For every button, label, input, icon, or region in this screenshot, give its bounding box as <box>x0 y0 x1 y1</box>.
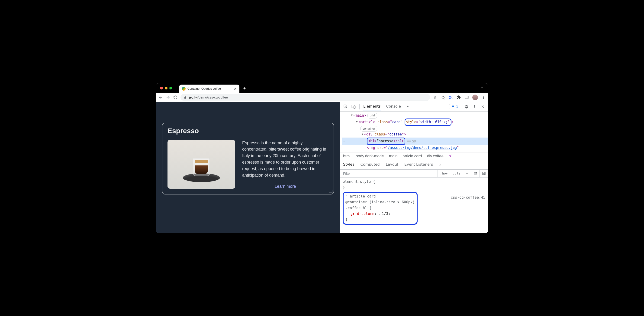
extensions-icon[interactable] <box>456 95 461 100</box>
styles-body[interactable]: element.style { } css-cq-coffee:45 ↱ art… <box>340 178 488 227</box>
dom-node-img[interactable]: <img src="/assets/img/demo/cof-espresso.… <box>342 145 488 151</box>
devtools-panel: Elements Console » 1 <box>340 102 488 233</box>
tab-close-icon[interactable]: ✕ <box>234 87 237 91</box>
svg-point-11 <box>483 97 484 98</box>
bookmark-star-icon[interactable] <box>441 95 446 100</box>
scissors-icon[interactable] <box>449 95 453 100</box>
forward-button[interactable] <box>166 95 170 100</box>
dom-node-div[interactable]: ▼<div class="coffee"> <box>342 131 488 137</box>
svg-rect-15 <box>354 106 356 108</box>
devtools-topbar: Elements Console » 1 <box>340 102 488 111</box>
styles-hov-button[interactable]: :hov <box>438 170 450 177</box>
svg-rect-8 <box>465 96 468 99</box>
svg-point-12 <box>483 98 484 99</box>
reload-button[interactable] <box>173 95 178 100</box>
devtools-tabs: Elements Console » <box>363 102 409 111</box>
tab-console[interactable]: Console <box>386 102 402 111</box>
styles-tabs: Styles Computed Layout Event Listeners » <box>340 160 488 170</box>
crumb-main[interactable]: main <box>389 154 398 159</box>
svg-rect-24 <box>474 173 477 174</box>
highlight-style-attr: style="width: 610px;" <box>404 118 452 126</box>
tab-event-listeners[interactable]: Event Listeners <box>404 160 433 169</box>
url-text: jec.fyi/demo/css-cq-coffee <box>189 95 228 99</box>
dom-node-article[interactable]: ▼<article class="card" style="width: 610… <box>342 118 488 126</box>
styles-filter-input[interactable]: Filter <box>340 172 438 176</box>
svg-point-17 <box>474 106 475 107</box>
card-body: Espresso is the name of a highly concent… <box>168 140 328 190</box>
container-query-link[interactable]: article.card <box>350 194 376 198</box>
new-tab-button[interactable]: + <box>241 85 248 92</box>
favicon-icon <box>182 87 186 91</box>
coffee-image <box>168 140 235 189</box>
styles-controls: Filter :hov .cls <box>340 170 488 178</box>
tab-computed[interactable]: Computed <box>360 160 380 169</box>
side-panel-icon[interactable] <box>464 95 469 100</box>
crumb-div[interactable]: div.coffee <box>427 154 444 159</box>
content-area: Espresso Espresso is the name of a highl… <box>156 102 488 233</box>
browser-tab[interactable]: Container Queries coffee ✕ <box>179 85 240 93</box>
address-bar[interactable]: jec.fyi/demo/css-cq-coffee <box>180 94 430 101</box>
device-toggle-icon[interactable] <box>351 104 356 109</box>
svg-point-18 <box>474 107 475 108</box>
window-chevron-icon[interactable] <box>481 86 484 89</box>
browser-menu-icon[interactable] <box>481 95 486 100</box>
toolbar-right <box>433 95 486 100</box>
issues-badge[interactable]: 1 <box>449 104 460 109</box>
svg-point-10 <box>483 96 484 97</box>
share-icon[interactable] <box>433 95 438 100</box>
inspect-element-icon[interactable] <box>343 104 348 109</box>
tab-layout[interactable]: Layout <box>386 160 398 169</box>
traffic-lights <box>160 87 172 89</box>
styles-new-rule-icon[interactable] <box>463 170 471 177</box>
back-button[interactable] <box>158 95 163 100</box>
styles-tabs-overflow-icon[interactable]: » <box>439 160 442 169</box>
highlight-h1: <h1>Espresso</h1> <box>367 137 405 145</box>
styles-flexbox-icon[interactable] <box>471 170 480 177</box>
element-style-rule[interactable]: element.style { } <box>343 179 486 191</box>
tabs-overflow-icon[interactable]: » <box>406 102 409 111</box>
browser-toolbar: jec.fyi/demo/css-cq-coffee <box>156 93 488 102</box>
devtools-close-icon[interactable] <box>480 104 485 109</box>
card-title: Espresso <box>168 127 328 135</box>
crumb-html[interactable]: html <box>343 154 350 159</box>
coffee-card: Espresso Espresso is the name of a highl… <box>162 123 334 195</box>
crumb-article[interactable]: article.card <box>403 154 422 159</box>
svg-rect-2 <box>184 97 186 98</box>
rule-source-link[interactable]: css-cq-coffee:45 <box>451 195 485 201</box>
window-zoom-icon[interactable] <box>169 87 172 89</box>
dom-node-h1[interactable]: ⋯ <h1>Espresso</h1> == $0 <box>342 137 488 145</box>
dom-badge-container[interactable]: container <box>342 126 488 131</box>
devtools-settings-icon[interactable] <box>464 104 468 109</box>
profile-avatar[interactable] <box>472 95 478 100</box>
tab-elements[interactable]: Elements <box>363 102 381 111</box>
learn-more-link[interactable]: Learn more <box>242 183 328 190</box>
window-close-icon[interactable] <box>160 87 163 89</box>
tab-title: Container Queries coffee <box>188 87 232 90</box>
styles-sidebar-toggle-icon[interactable] <box>480 170 488 177</box>
styles-cls-button[interactable]: .cls <box>450 170 463 177</box>
highlight-container-rule: ↱ article.card @container (inline-size >… <box>343 192 418 225</box>
tab-strip: Container Queries coffee ✕ + <box>156 83 488 93</box>
window-minimize-icon[interactable] <box>165 87 168 89</box>
crumb-body[interactable]: body.dark-mode <box>356 154 384 159</box>
dom-breadcrumb[interactable]: html body.dark-mode main article.card di… <box>340 152 488 160</box>
svg-marker-3 <box>442 96 445 99</box>
card-text: Espresso is the name of a highly concent… <box>242 140 328 190</box>
browser-window: Container Queries coffee ✕ + jec.fyi/dem… <box>156 83 488 233</box>
dom-tree[interactable]: ▼<main> grid ▼<article class="card" styl… <box>340 111 488 152</box>
tab-styles[interactable]: Styles <box>343 160 354 169</box>
rendered-page: Espresso Espresso is the name of a highl… <box>156 102 340 233</box>
crumb-h1[interactable]: h1 <box>449 154 453 159</box>
dom-node-main[interactable]: ▼<main> grid <box>342 113 488 119</box>
devtools-menu-icon[interactable] <box>472 104 477 109</box>
lock-icon <box>184 96 187 99</box>
svg-rect-13 <box>344 105 346 107</box>
svg-point-16 <box>474 105 475 106</box>
